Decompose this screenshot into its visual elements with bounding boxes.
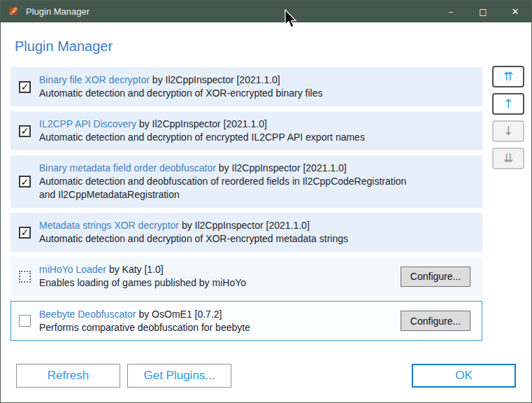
plugin-byline: by Il2CppInspector [2021.1.0]: [219, 162, 347, 174]
plugin-description: Automatic detection and deobfuscation of…: [39, 175, 420, 202]
refresh-button[interactable]: Refresh: [16, 364, 120, 388]
plugin-row-binary-metadata-field-order-deobfuscator[interactable]: ✓ Binary metadata field order deobfuscat…: [10, 155, 482, 208]
plugin-description: Automatic detection and decryption of en…: [39, 131, 420, 144]
check-icon: ✓: [21, 227, 29, 237]
plugin-checkbox[interactable]: ✓: [19, 315, 31, 327]
minimize-button[interactable]: –: [435, 1, 467, 22]
app-icon: [8, 6, 20, 17]
plugin-name-link[interactable]: Binary file XOR decryptor: [39, 74, 150, 85]
plugin-name-link[interactable]: Binary metadata field order deobfuscator: [39, 162, 216, 174]
close-button[interactable]: ✕: [499, 1, 531, 22]
plugin-byline: by Il2CppInspector [2021.1.0]: [139, 118, 267, 129]
check-icon: ✓: [21, 126, 29, 136]
window-title: Plugin Manager: [26, 6, 89, 17]
move-up-button[interactable]: ↑: [492, 93, 524, 115]
plugin-byline: by Il2CppInspector [2021.1.0]: [152, 74, 280, 85]
page-title: Plugin Manager: [15, 38, 113, 55]
configure-button[interactable]: Configure...: [401, 311, 470, 331]
plugin-list: ✓ Binary file XOR decryptor by Il2CppIns…: [10, 67, 482, 346]
window-controls: – □ ✕: [435, 1, 531, 22]
plugin-checkbox[interactable]: ✓: [19, 125, 31, 137]
plugin-row-mihoyo-loader[interactable]: ✓ miHoYo Loader by Katy [1.0] Enables lo…: [10, 257, 482, 296]
plugin-description: Automatic detection and decryption of XO…: [39, 232, 420, 246]
titlebar[interactable]: Plugin Manager – □ ✕: [1, 1, 531, 22]
maximize-button[interactable]: □: [467, 1, 499, 22]
plugin-checkbox[interactable]: ✓: [19, 81, 31, 93]
ok-button[interactable]: OK: [412, 364, 516, 388]
plugin-row-beebyte-deobfuscator[interactable]: ✓ Beebyte Deobfuscator by OsOmE1 [0.7.2]…: [10, 301, 482, 341]
plugin-byline: by Katy [1.0]: [109, 264, 164, 275]
plugin-checkbox[interactable]: ✓: [19, 176, 31, 188]
plugin-byline: by Il2CppInspector [2021.1.0]: [182, 220, 310, 231]
get-plugins-button[interactable]: Get Plugins...: [127, 364, 231, 388]
check-icon: ✓: [21, 177, 29, 187]
plugin-name-link[interactable]: miHoYo Loader: [39, 264, 106, 275]
plugin-description: Automatic detection and decryption of XO…: [39, 87, 420, 100]
plugin-name-link[interactable]: IL2CPP API Discovery: [39, 118, 136, 129]
reorder-buttons: ⇈ ↑ ↓ ⇊: [492, 66, 524, 169]
plugin-byline: by OsOmE1 [0.7.2]: [138, 309, 222, 320]
configure-button[interactable]: Configure...: [401, 267, 470, 287]
move-to-bottom-button[interactable]: ⇊: [492, 148, 524, 169]
plugin-row-binary-file-xor-decryptor[interactable]: ✓ Binary file XOR decryptor by Il2CppIns…: [10, 67, 482, 106]
plugin-description: Enables loading of games published by mi…: [39, 276, 392, 290]
plugin-row-il2cpp-api-discovery[interactable]: ✓ IL2CPP API Discovery by Il2CppInspecto…: [10, 111, 482, 150]
move-down-button[interactable]: ↓: [492, 120, 524, 142]
move-to-top-button[interactable]: ⇈: [492, 66, 524, 87]
plugin-row-metadata-strings-xor-decryptor[interactable]: ✓ Metadata strings XOR decryptor by Il2C…: [10, 213, 482, 252]
plugin-description: Performs comparative deobfuscation for b…: [39, 321, 392, 334]
plugin-checkbox[interactable]: ✓: [19, 227, 31, 239]
plugin-name-link[interactable]: Metadata strings XOR decryptor: [39, 220, 179, 231]
check-icon: ✓: [21, 82, 29, 92]
plugin-name-link[interactable]: Beebyte Deobfuscator: [39, 309, 136, 320]
plugin-manager-window: Plugin Manager – □ ✕ Plugin Manager ✓ Bi…: [0, 0, 532, 403]
plugin-checkbox[interactable]: ✓: [19, 271, 31, 283]
